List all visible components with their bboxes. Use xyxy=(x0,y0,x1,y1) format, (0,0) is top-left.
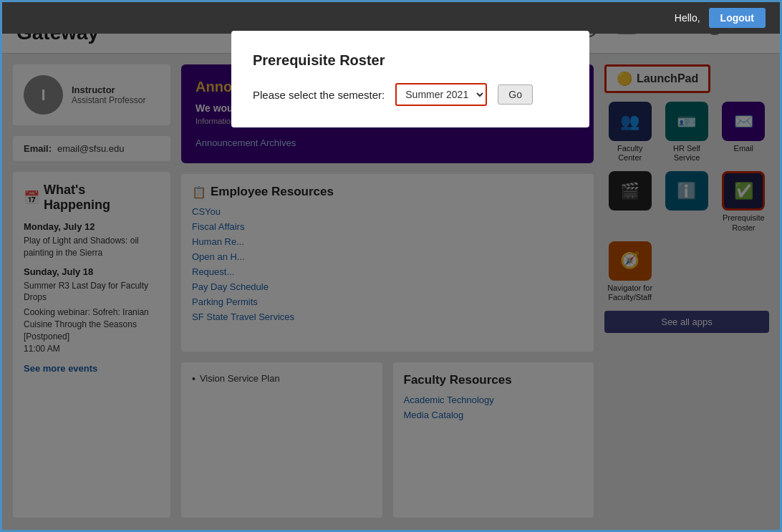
semester-select[interactable]: Summer 2021 Fall 2021 Spring 2021 xyxy=(395,83,487,106)
semester-label: Please select the semester: xyxy=(253,89,385,101)
main-wrapper: SAN FRANCISCO STATE UNIVERSITY Gateway ?… xyxy=(0,0,782,532)
modal-body: Please select the semester: Summer 2021 … xyxy=(253,83,568,106)
modal-overlay: Hello, Logout Prerequisite Roster Please… xyxy=(2,2,780,530)
modal-title: Prerequisite Roster xyxy=(253,52,568,69)
go-button[interactable]: Go xyxy=(498,84,533,105)
modal-dialog: Prerequisite Roster Please select the se… xyxy=(231,31,589,127)
logout-button[interactable]: Logout xyxy=(709,8,766,28)
logout-bar: Hello, Logout xyxy=(2,2,780,34)
logout-greeting: Hello, xyxy=(675,12,700,24)
